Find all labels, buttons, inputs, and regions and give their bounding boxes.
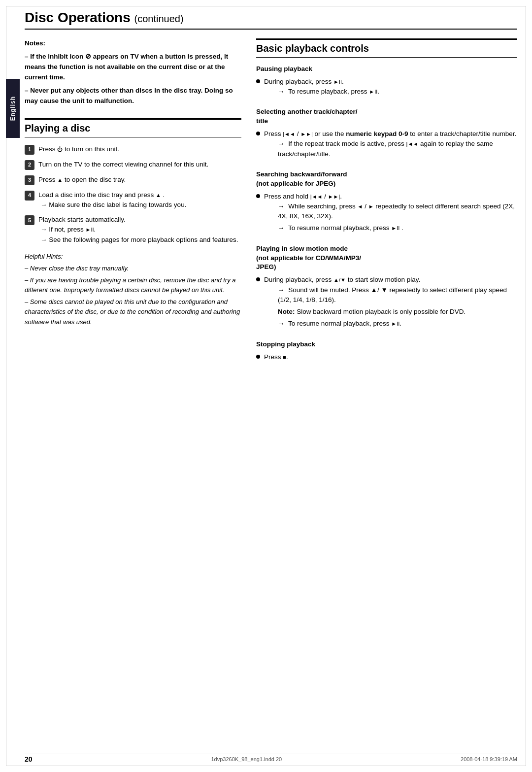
stop-icon bbox=[283, 353, 286, 361]
selecting-bullet: Press / or use the numeric keypad 0-9 to… bbox=[256, 129, 517, 161]
step-1-num: 1 bbox=[25, 145, 34, 155]
bullet-dot-2 bbox=[256, 132, 260, 135]
slow-motion-title: Playing in slow motion mode(not applicab… bbox=[256, 244, 517, 272]
prev-icon-2 bbox=[406, 140, 419, 147]
subsection-searching: Searching backward/forward(not applicabl… bbox=[256, 170, 517, 235]
play-pause-icon-4 bbox=[391, 224, 399, 232]
footer-file: 1dvp3260K_98_eng1.indd 20 bbox=[211, 756, 282, 762]
back-icon bbox=[358, 202, 363, 210]
play-pause-icon-2 bbox=[333, 78, 342, 85]
prev-icon-3 bbox=[310, 193, 323, 200]
step-4-arrow: → Make sure the disc label is facing tow… bbox=[40, 200, 241, 210]
step-2-content: Turn on the TV to the correct viewing ch… bbox=[38, 160, 241, 169]
step-5-arrow-2: → See the following pages for more playb… bbox=[40, 235, 241, 245]
notes-title: Notes: bbox=[25, 38, 241, 49]
title-continued: (continued) bbox=[134, 13, 184, 24]
prev-icon bbox=[283, 130, 295, 137]
next-icon bbox=[300, 130, 313, 137]
play-pause-icon-1 bbox=[86, 226, 94, 233]
next-icon-2 bbox=[328, 193, 340, 200]
left-column: Notes: – If the inhibit icon ⊘ appears o… bbox=[25, 38, 241, 371]
power-icon bbox=[57, 145, 63, 153]
main-content: Disc Operations (continued) Notes: – If … bbox=[25, 10, 517, 391]
fwd-icon bbox=[368, 202, 374, 210]
hint-3: – Some discs cannot be played on this un… bbox=[25, 297, 241, 327]
stopping-content: Press . bbox=[264, 352, 517, 362]
step-3-content: Press to open the disc tray. bbox=[38, 175, 241, 185]
step-4-content: Load a disc into the disc tray and press… bbox=[38, 190, 241, 210]
searching-title: Searching backward/forward(not applicabl… bbox=[256, 170, 517, 189]
slow-motion-note: Note: Slow backward motion playback is o… bbox=[278, 307, 517, 317]
step-5-num: 5 bbox=[25, 215, 34, 225]
searching-content: Press and hold / . → While searching, pr… bbox=[264, 192, 517, 235]
note-item-1: – If the inhibit icon ⊘ appears on TV wh… bbox=[25, 52, 241, 83]
page-title: Disc Operations (continued) bbox=[25, 10, 517, 30]
hint-1: – Never close the disc tray manually. bbox=[25, 264, 241, 273]
eject-icon-2 bbox=[156, 191, 161, 199]
playing-disc-heading: Playing a disc bbox=[25, 118, 241, 137]
subsection-stopping: Stopping playback Press . bbox=[256, 340, 517, 362]
subsection-selecting: Selecting another track/chapter/title Pr… bbox=[256, 107, 517, 161]
step-3-num: 3 bbox=[25, 175, 34, 185]
slow-motion-arrow-1: → Sound will be muted. Press ▲/ ▼ repeat… bbox=[278, 285, 517, 305]
footer-date: 2008-04-18 9:39:19 AM bbox=[461, 756, 517, 762]
eject-icon bbox=[57, 176, 63, 183]
subsection-slow-motion: Playing in slow motion mode(not applicab… bbox=[256, 244, 517, 331]
title-text: Disc Operations bbox=[25, 10, 131, 25]
searching-arrow-2: → To resume normal playback, press . bbox=[278, 223, 517, 233]
playing-disc-title: Playing a disc bbox=[25, 123, 241, 134]
bullet-dot-4 bbox=[256, 277, 260, 281]
bullet-dot-3 bbox=[256, 194, 260, 198]
step-4: 4 Load a disc into the disc tray and pre… bbox=[25, 190, 241, 210]
selecting-title: Selecting another track/chapter/title bbox=[256, 107, 517, 126]
step-1-content: Press to turn on this unit. bbox=[38, 144, 241, 154]
pausing-arrow: → To resume playback, press . bbox=[278, 87, 517, 97]
up-down-icon bbox=[333, 276, 346, 283]
pausing-content: During playback, press . → To resume pla… bbox=[264, 77, 517, 99]
sidebar-language-label: English bbox=[9, 96, 16, 121]
step-5-arrow-1: → If not, press . bbox=[40, 225, 241, 235]
step-2-num: 2 bbox=[25, 160, 34, 170]
step-2: 2 Turn on the TV to the correct viewing … bbox=[25, 160, 241, 170]
pausing-title: Pausing playback bbox=[256, 65, 517, 74]
note-item-2: – Never put any objects other than discs… bbox=[25, 86, 241, 106]
basic-playback-heading: Basic playback controls bbox=[256, 38, 517, 58]
step-1: 1 Press to turn on this unit. bbox=[25, 144, 241, 155]
page-footer: 20 1dvp3260K_98_eng1.indd 20 2008-04-18 … bbox=[25, 753, 517, 763]
selecting-content: Press / or use the numeric keypad 0-9 to… bbox=[264, 129, 517, 161]
pausing-bullet: During playback, press . → To resume pla… bbox=[256, 77, 517, 99]
step-5-content: Playback starts automatically. → If not,… bbox=[38, 215, 241, 245]
searching-bullet: Press and hold / . → While searching, pr… bbox=[256, 192, 517, 235]
bullet-dot-1 bbox=[256, 79, 260, 83]
steps-list: 1 Press to turn on this unit. 2 Turn on … bbox=[25, 144, 241, 245]
stopping-title: Stopping playback bbox=[256, 340, 517, 349]
step-4-num: 4 bbox=[25, 191, 34, 201]
page-number: 20 bbox=[25, 755, 33, 763]
sidebar-language-tab: English bbox=[6, 79, 20, 138]
basic-playback-title: Basic playback controls bbox=[256, 43, 517, 54]
slow-motion-content: During playback, press to start slow mot… bbox=[264, 275, 517, 331]
stopping-bullet: Press . bbox=[256, 352, 517, 362]
play-pause-icon-5 bbox=[391, 320, 399, 327]
slow-motion-arrow-2: → To resume normal playback, press . bbox=[278, 319, 517, 329]
helpful-hints-title: Helpful Hints: bbox=[25, 252, 241, 262]
step-3: 3 Press to open the disc tray. bbox=[25, 175, 241, 185]
bullet-dot-5 bbox=[256, 355, 260, 359]
right-column: Basic playback controls Pausing playback… bbox=[256, 38, 517, 371]
searching-arrow-1: → While searching, press / repeatedly to… bbox=[278, 201, 517, 222]
step-5: 5 Playback starts automatically. → If no… bbox=[25, 215, 241, 245]
selecting-arrow: → If the repeat track mode is active, pr… bbox=[278, 139, 517, 159]
subsection-pausing: Pausing playback During playback, press … bbox=[256, 65, 517, 99]
slow-motion-bullet: During playback, press to start slow mot… bbox=[256, 275, 517, 331]
two-column-layout: Notes: – If the inhibit icon ⊘ appears o… bbox=[25, 38, 517, 371]
notes-section: Notes: – If the inhibit icon ⊘ appears o… bbox=[25, 38, 241, 106]
helpful-hints: Helpful Hints: – Never close the disc tr… bbox=[25, 252, 241, 327]
play-pause-icon-3 bbox=[369, 88, 377, 95]
hint-2: – If you are having trouble playing a ce… bbox=[25, 275, 241, 295]
